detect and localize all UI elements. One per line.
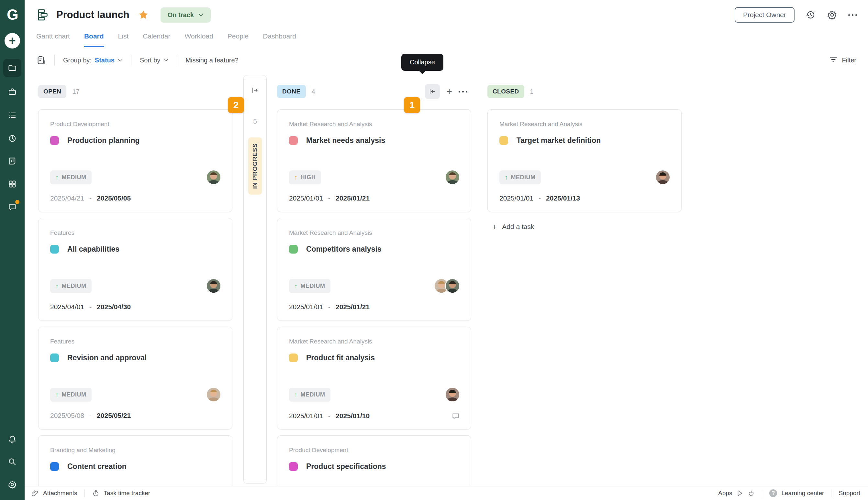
column-count: 4 xyxy=(312,88,315,95)
task-start-date: 2025/01/01 xyxy=(499,194,533,202)
tab-board[interactable]: Board xyxy=(84,32,104,47)
sidebar-item-chat[interactable] xyxy=(3,198,21,216)
assignee-avatar[interactable] xyxy=(445,387,460,402)
task-color-swatch xyxy=(289,136,298,145)
task-dates: 2025/01/01-2025/01/13 xyxy=(499,194,670,202)
create-button[interactable]: + xyxy=(4,33,20,48)
app-logo[interactable]: G xyxy=(0,6,25,23)
task-start-date: 2025/04/21 xyxy=(50,194,84,202)
board-settings-icon[interactable] xyxy=(36,55,46,65)
task-meta-row: ↑MEDIUM xyxy=(499,170,670,185)
sidebar-item-reports[interactable] xyxy=(3,152,21,170)
apple-icon[interactable] xyxy=(748,490,755,497)
column-in-progress-collapsed[interactable]: 5 IN PROGRESS xyxy=(243,75,267,484)
task-title: All capabilities xyxy=(67,245,120,253)
task-title: Product specifications xyxy=(306,462,386,471)
assignee-avatars xyxy=(206,170,221,185)
priority-arrow-icon: ↑ xyxy=(294,391,298,398)
missing-feature-link[interactable]: Missing a feature? xyxy=(186,57,238,64)
column-status-badge[interactable]: CLOSED xyxy=(487,85,524,98)
task-card[interactable]: Product DevelopmentProduct specification… xyxy=(277,435,471,486)
assignee-avatar[interactable] xyxy=(206,170,221,185)
task-end-date: 2025/05/21 xyxy=(97,412,131,419)
support-link[interactable]: Support xyxy=(838,490,860,497)
apps-links[interactable]: Apps xyxy=(718,490,755,497)
card-group-label: Product Development xyxy=(289,447,459,454)
tab-gantt-chart[interactable]: Gantt chart xyxy=(36,32,70,47)
assignee-avatars xyxy=(445,387,460,402)
sidebar-item-apps[interactable] xyxy=(3,175,21,193)
sidebar-item-history[interactable] xyxy=(3,129,21,147)
star-icon[interactable] xyxy=(138,9,149,20)
task-card[interactable]: Market Research and AnalysisMarket needs… xyxy=(277,109,471,212)
funnel-icon xyxy=(829,55,837,65)
project-status-dropdown[interactable]: On track xyxy=(160,8,211,23)
gear-icon[interactable] xyxy=(827,10,837,20)
assignee-avatar[interactable] xyxy=(445,279,460,293)
more-options-icon[interactable] xyxy=(848,14,857,16)
sidebar: G + xyxy=(0,0,25,500)
task-card[interactable]: Branding and MarketingContent creation xyxy=(38,435,232,486)
tab-calendar[interactable]: Calendar xyxy=(143,32,170,47)
expand-column-button[interactable] xyxy=(248,84,261,97)
help-icon: ? xyxy=(769,489,777,497)
column-status-badge[interactable]: DONE xyxy=(277,85,306,98)
assignee-avatar[interactable] xyxy=(655,170,670,185)
task-card[interactable]: Market Research and AnalysisTarget marke… xyxy=(487,109,682,212)
priority-badge: ↑MEDIUM xyxy=(50,170,92,184)
collapse-column-button[interactable] xyxy=(425,84,440,99)
sidebar-item-settings[interactable] xyxy=(3,475,21,493)
tab-dashboard[interactable]: Dashboard xyxy=(263,32,296,47)
comment-icon[interactable] xyxy=(452,412,460,420)
assignee-avatar[interactable] xyxy=(206,387,221,402)
date-dash: - xyxy=(328,194,331,202)
tab-list[interactable]: List xyxy=(118,32,129,47)
task-card[interactable]: Product DevelopmentProduction planning↑M… xyxy=(38,109,232,212)
sidebar-item-notifications[interactable] xyxy=(3,430,21,448)
column-status-badge[interactable]: OPEN xyxy=(38,85,66,98)
assignee-avatar[interactable] xyxy=(206,279,221,293)
tab-people[interactable]: People xyxy=(227,32,248,47)
task-card[interactable]: FeaturesRevision and approval↑MEDIUM2025… xyxy=(38,327,232,430)
role-badge[interactable]: Project Owner xyxy=(735,7,794,23)
tab-workload[interactable]: Workload xyxy=(185,32,213,47)
group-by-dropdown[interactable]: Group by: Status xyxy=(63,57,123,64)
sort-by-dropdown[interactable]: Sort by xyxy=(140,57,168,64)
history-icon[interactable] xyxy=(805,10,816,20)
task-card[interactable]: Market Research and AnalysisCompetitors … xyxy=(277,218,471,321)
priority-arrow-icon: ↑ xyxy=(294,174,298,181)
task-meta-row: ↑MEDIUM xyxy=(50,170,221,185)
task-dates: 2025/01/01-2025/01/10 xyxy=(289,412,460,420)
task-title-row: Product fit analysis xyxy=(289,353,459,362)
column-more-icon[interactable] xyxy=(459,91,467,92)
column-cards: Market Research and AnalysisTarget marke… xyxy=(487,109,682,212)
task-color-swatch xyxy=(50,245,59,253)
sidebar-item-tasks[interactable] xyxy=(3,106,21,124)
column-status-badge: IN PROGRESS xyxy=(248,137,262,195)
task-card[interactable]: Market Research and AnalysisProduct fit … xyxy=(277,327,471,430)
filter-button[interactable]: Filter xyxy=(829,55,856,65)
sidebar-item-projects[interactable] xyxy=(3,59,21,77)
gear-icon xyxy=(8,480,17,489)
learning-center-link[interactable]: ? Learning center xyxy=(769,489,824,497)
add-task-icon[interactable]: + xyxy=(446,87,452,96)
sidebar-item-portfolio[interactable] xyxy=(3,83,21,101)
assignee-avatar[interactable] xyxy=(445,170,460,185)
task-time-tracker-button[interactable]: Task time tracker xyxy=(92,489,151,497)
google-play-icon[interactable] xyxy=(736,490,743,497)
report-icon xyxy=(8,157,17,166)
task-end-date: 2025/04/30 xyxy=(97,303,131,311)
card-group-label: Product Development xyxy=(50,121,220,128)
add-task-button[interactable]: + Add a task xyxy=(487,223,682,231)
task-title: Market needs analysis xyxy=(306,136,385,145)
attachments-button[interactable]: Attachments xyxy=(31,489,77,497)
task-title-row: Market needs analysis xyxy=(289,136,459,145)
sidebar-item-search[interactable] xyxy=(3,453,21,471)
priority-label: HIGH xyxy=(301,174,316,181)
stopwatch-icon xyxy=(92,489,100,497)
task-card[interactable]: FeaturesAll capabilities↑MEDIUM2025/04/0… xyxy=(38,218,232,321)
assignee-avatars xyxy=(206,279,221,293)
priority-label: MEDIUM xyxy=(62,283,86,289)
chevron-down-icon xyxy=(164,59,168,62)
chat-icon xyxy=(8,203,17,212)
